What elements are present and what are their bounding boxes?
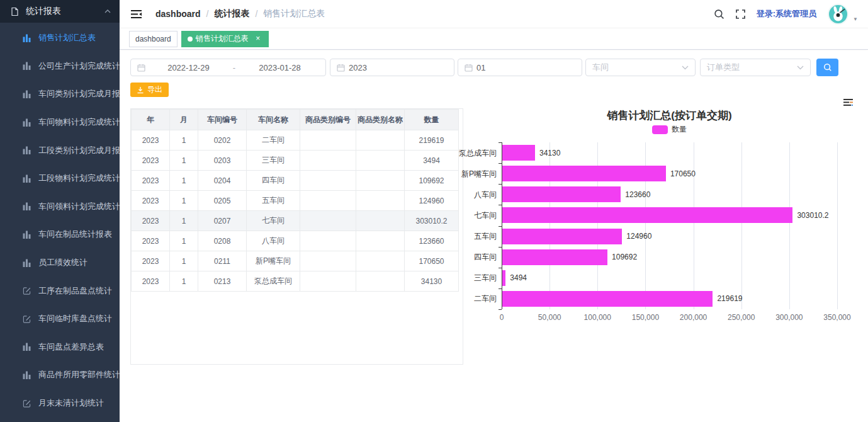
sales-plan-chart: 销售计划汇总(按订单交期) 数量 34130170650123660303010… — [466, 95, 859, 334]
table-cell — [300, 171, 356, 191]
sidebar-item[interactable]: 月末未清计划统计 — [0, 389, 120, 418]
sidebar-item[interactable]: 工序在制品盘点统计 — [0, 277, 120, 305]
y-axis-tick — [499, 288, 502, 289]
x-axis-tick-label: 150,000 — [632, 313, 659, 322]
table-row[interactable]: 202310207七车间303010.2 — [132, 211, 459, 231]
y-axis-tick — [499, 142, 502, 143]
x-axis-tick-label: 50,000 — [538, 313, 561, 322]
sidebar-item[interactable]: 销售计划汇总表 — [0, 24, 120, 52]
calendar-icon — [465, 64, 473, 72]
sidebar-item[interactable]: 员工绩效统计 — [0, 249, 120, 277]
breadcrumb: dashboard / 统计报表 / 销售计划汇总表 — [155, 8, 325, 20]
chart-gridline — [837, 142, 838, 309]
table-row[interactable]: 202310202二车间219619 — [132, 130, 459, 151]
date-range-start[interactable]: 2022-12-29 — [149, 63, 228, 72]
table-cell — [356, 231, 405, 251]
sidebar-item[interactable]: 车间类别计划完成月报 — [0, 80, 120, 108]
tag-sales-plan-summary[interactable]: 销售计划汇总表 × — [181, 31, 269, 47]
user-menu[interactable]: ▼ — [828, 4, 858, 25]
sidebar-items: 销售计划汇总表公司生产计划完成统计车间类别计划完成月报车间物料计划完成统计工段类… — [0, 23, 120, 417]
avatar[interactable] — [828, 4, 848, 25]
table-cell — [300, 271, 356, 292]
table-cell: 0203 — [198, 151, 247, 171]
sidebar-item[interactable]: 车间领料计划完成统计 — [0, 193, 120, 221]
export-button[interactable]: 导出 — [130, 83, 169, 97]
tag-dashboard[interactable]: dashboard — [129, 31, 178, 47]
caret-down-icon[interactable]: ▼ — [853, 16, 858, 22]
sidebar-item[interactable]: 车间盘点差异总表 — [0, 333, 120, 362]
sidebar-item[interactable]: 工段类别计划完成月报 — [0, 136, 120, 164]
table-cell: 0208 — [198, 231, 247, 251]
sidebar-item[interactable]: 车间物料计划完成统计 — [0, 108, 120, 137]
sidebar-item-label: 车间类别计划完成月报 — [38, 88, 120, 100]
chart-bar[interactable] — [502, 229, 622, 244]
search-button[interactable] — [816, 59, 838, 76]
bar-value-label: 109692 — [612, 253, 637, 261]
table-cell: 八车间 — [247, 231, 300, 251]
sales-plan-table-container: 年月车间编号车间名称商品类别编号商品类别名称数量202310202二车间2196… — [130, 108, 463, 365]
bar-value-label: 303010.2 — [797, 211, 828, 220]
sidebar-menu-title: 统计报表 — [26, 6, 98, 17]
chart-bar[interactable] — [502, 291, 713, 307]
table-cell: 0205 — [198, 191, 247, 211]
fullscreen-icon[interactable] — [736, 9, 745, 19]
table-cell: 2023 — [132, 151, 170, 171]
table-row[interactable]: 202310208八车间123660 — [132, 231, 459, 251]
table-cell — [300, 251, 356, 271]
breadcrumb-separator: / — [255, 9, 257, 19]
sidebar-item[interactable]: 商品件所用零部件统计 — [0, 361, 120, 389]
table-row[interactable]: 202310213泵总成车间34130 — [132, 271, 459, 292]
calendar-icon — [137, 64, 145, 72]
table-cell — [356, 171, 405, 191]
sidebar-item[interactable]: 公司生产计划完成统计 — [0, 52, 120, 81]
chart-toolbox-icon[interactable] — [843, 98, 853, 109]
breadcrumb-report-group[interactable]: 统计报表 — [214, 8, 249, 20]
chart-bar[interactable] — [502, 249, 607, 265]
month-value[interactable]: 01 — [476, 63, 485, 72]
breadcrumb-dashboard[interactable]: dashboard — [155, 9, 201, 19]
order-type-select[interactable]: 订单类型 — [700, 59, 811, 76]
date-range-end[interactable]: 2023-01-28 — [240, 63, 319, 72]
y-axis-category-label: 五车间 — [474, 231, 497, 242]
edit-icon — [23, 315, 31, 323]
y-axis-tick — [499, 163, 502, 164]
sidebar-item[interactable]: 工段物料计划完成统计 — [0, 164, 120, 193]
chart-bar[interactable] — [502, 145, 535, 161]
menu-fold-icon[interactable] — [125, 6, 148, 23]
table-cell: 1 — [170, 171, 198, 191]
month-picker[interactable]: 01 — [458, 59, 582, 76]
chart-bar[interactable] — [502, 166, 666, 181]
table-row[interactable]: 202310211新P嘴车间170650 — [132, 251, 459, 271]
chart-legend[interactable]: 数量 — [502, 124, 837, 135]
bar-value-label: 124960 — [626, 232, 651, 241]
sidebar-item[interactable]: 车间临时库盘点统计 — [0, 305, 120, 333]
tag-close-icon[interactable]: × — [254, 35, 262, 43]
table-row[interactable]: 202310203三车间3494 — [132, 151, 459, 171]
sidebar-item[interactable]: 车间在制品统计报表 — [0, 220, 120, 249]
bar-value-label: 219619 — [717, 294, 742, 303]
search-icon[interactable] — [714, 9, 724, 20]
sidebar-item-label: 商品件所用零部件统计 — [38, 369, 120, 380]
chart-bar[interactable] — [502, 207, 792, 223]
workshop-select[interactable]: 车间 — [585, 59, 696, 76]
year-value[interactable]: 2023 — [349, 63, 367, 72]
table-cell: 二车间 — [247, 130, 300, 151]
navbar: dashboard / 统计报表 / 销售计划汇总表 登录:系统管理员 ▼ — [120, 0, 868, 28]
date-range-picker[interactable]: 2022-12-29 - 2023-01-28 — [130, 59, 326, 76]
sidebar-item-label: 销售计划汇总表 — [38, 32, 96, 43]
table-cell: 2023 — [132, 191, 170, 211]
chart-bar[interactable] — [502, 270, 505, 286]
bar-chart-icon — [23, 146, 31, 154]
table-cell: 2023 — [132, 130, 170, 151]
table-cell: 2023 — [132, 171, 170, 191]
sidebar-menu-header[interactable]: 统计报表 — [0, 0, 120, 23]
sidebar-item-label: 车间在制品统计报表 — [38, 229, 112, 240]
chart-bar[interactable] — [502, 186, 621, 202]
year-picker[interactable]: 2023 — [330, 59, 454, 76]
sidebar: 统计报表 销售计划汇总表公司生产计划完成统计车间类别计划完成月报车间物料计划完成… — [0, 0, 120, 422]
table-row[interactable]: 202310205五车间124960 — [132, 191, 459, 211]
bar-chart-icon — [23, 118, 31, 127]
table-cell — [356, 151, 405, 171]
bar-value-label: 34130 — [539, 149, 560, 157]
table-row[interactable]: 202310204四车间109692 — [132, 171, 459, 191]
